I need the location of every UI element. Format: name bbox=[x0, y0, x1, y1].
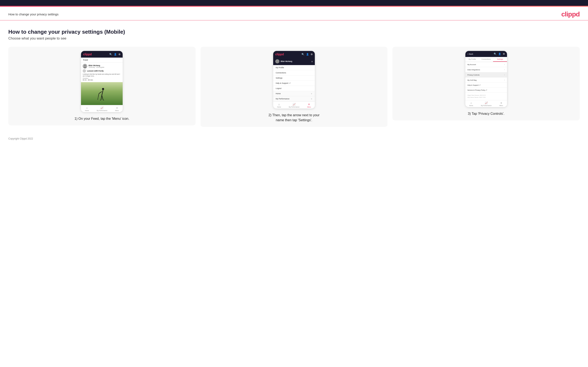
post-lesson-title: Lesson with Fordy bbox=[87, 70, 104, 72]
phone-1-logo: clippd bbox=[83, 53, 92, 56]
phone-2-logo: clippd bbox=[275, 53, 284, 56]
my-account-chevron: › bbox=[504, 63, 505, 66]
post-avatar bbox=[83, 64, 87, 68]
menu-item-connections: Connections bbox=[273, 70, 315, 75]
svg-point-1 bbox=[84, 67, 86, 68]
bottom-nav-menu-3: ≡ Menu bbox=[499, 101, 503, 106]
golf-bag-label: My Golf Bag bbox=[467, 79, 477, 81]
home-icon-2: ⌂ bbox=[278, 103, 280, 106]
menu-item-logout: Logout bbox=[273, 86, 315, 91]
post-user-row: Blair McHarg Yesterday · Sunningdale bbox=[83, 64, 121, 68]
menu-chevron-up: ∧ bbox=[311, 60, 313, 63]
tab-connections[interactable]: Connections bbox=[479, 57, 493, 62]
settings-version: Clippd Client Version: 2022.8.3-3 GQL Se… bbox=[465, 93, 507, 100]
svg-point-2 bbox=[102, 88, 104, 90]
my-account-label: My Account bbox=[467, 64, 476, 66]
settings-label: Settings bbox=[276, 77, 283, 79]
bottom-nav-home-2: ⌂ Home bbox=[277, 103, 281, 108]
settings-menu-items: My Account › Data Integrations › Privacy… bbox=[465, 62, 507, 93]
svg-line-5 bbox=[98, 93, 99, 97]
page-heading: How to change your privacy settings (Mob… bbox=[8, 29, 580, 35]
golfer-silhouette bbox=[97, 87, 107, 105]
menu-label: Menu bbox=[115, 110, 119, 111]
bottom-nav-home: ⌂ Home bbox=[85, 107, 89, 111]
home-icon: ⌂ bbox=[86, 107, 88, 109]
home-section-label: Home bbox=[276, 92, 281, 95]
performance-icon-3: 📈 bbox=[485, 101, 488, 104]
post-duration-label: Duration bbox=[83, 78, 121, 79]
menu-user-info: Blair McHarg bbox=[275, 59, 292, 63]
menu-item-my-profile: My Profile bbox=[273, 65, 315, 70]
step-1-desc: 1) On your Feed, tap the 'Menu' icon. bbox=[75, 116, 129, 121]
settings-item-service-privacy[interactable]: Service & Privacy Policy ↗ bbox=[465, 88, 507, 93]
svg-point-0 bbox=[84, 65, 86, 66]
bottom-nav-performance-2: 📈 My Performance bbox=[289, 103, 299, 108]
svg-line-10 bbox=[103, 100, 104, 100]
svg-line-3 bbox=[102, 90, 103, 95]
home-label: Home bbox=[85, 110, 89, 111]
performance-label: My Performance bbox=[97, 110, 107, 111]
user-icon: 👤 bbox=[114, 53, 117, 56]
tab-my-profile[interactable]: My Profile bbox=[465, 57, 479, 62]
search-icon-3: 🔍 bbox=[494, 53, 497, 55]
phone-1-bottom-nav: ⌂ Home 📈 My Performance ≡ Menu bbox=[81, 105, 123, 112]
feed-tab: Feed bbox=[81, 58, 123, 63]
data-integrations-chevron: › bbox=[504, 69, 505, 71]
performance-icon: 📈 bbox=[100, 107, 104, 109]
logo: clippd bbox=[561, 10, 580, 18]
settings-item-my-account[interactable]: My Account › bbox=[465, 62, 507, 67]
menu-icon: ≡ bbox=[116, 107, 118, 109]
settings-item-privacy-controls[interactable]: Privacy Controls › bbox=[465, 72, 507, 78]
phone-2-navbar: clippd 🔍 👤 ⚙ bbox=[273, 51, 315, 58]
settings-item-golf-bag[interactable]: My Golf Bag › bbox=[465, 78, 507, 83]
copyright-text: Copyright Clippd 2022 bbox=[8, 137, 33, 140]
svg-line-9 bbox=[100, 100, 101, 100]
home-label-3: Home bbox=[469, 105, 473, 106]
menu-item-help: Help & Support ↗ bbox=[273, 81, 315, 86]
header: How to change your privacy settings clip… bbox=[0, 7, 588, 20]
main-content: How to change your privacy settings (Mob… bbox=[0, 20, 588, 133]
menu-section-performance: My Performance ∨ bbox=[273, 96, 315, 101]
page-subheading: Choose what you want people to see bbox=[8, 36, 580, 41]
menu-items-list: My Profile Connections Settings Help & S… bbox=[273, 65, 315, 101]
user-icon-2: 👤 bbox=[306, 53, 309, 56]
tab-settings[interactable]: Settings bbox=[493, 57, 507, 62]
performance-label-3: My Performance bbox=[481, 105, 492, 106]
post-user-name: Blair McHarg bbox=[88, 65, 104, 67]
version-line-1: Clippd Client Version: 2022.8.3-3 bbox=[467, 94, 505, 96]
performance-expand-icon: ∨ bbox=[311, 98, 312, 100]
bottom-nav-performance: 📈 My Performance bbox=[97, 107, 107, 111]
settings-item-data-integrations[interactable]: Data Integrations › bbox=[465, 67, 507, 72]
performance-label-2: My Performance bbox=[289, 106, 299, 108]
phone-3-bottom-nav: ⌂ Home 📈 My Performance ≡ Menu bbox=[465, 100, 507, 107]
lesson-icon bbox=[83, 69, 86, 73]
home-label-2: Home bbox=[277, 106, 281, 108]
performance-section-label: My Performance bbox=[276, 98, 289, 100]
settings-icon-3: ⚙ bbox=[503, 53, 505, 55]
search-icon: 🔍 bbox=[109, 53, 112, 56]
phone-2-icons: 🔍 👤 ⚙ bbox=[302, 53, 313, 56]
settings-item-help-support[interactable]: Help & Support ↗ bbox=[465, 83, 507, 88]
menu-item-settings: Settings bbox=[273, 75, 315, 81]
steps-container: clippd 🔍 👤 ⚙ Feed bbox=[8, 47, 580, 127]
settings-icon: ⚙ bbox=[119, 53, 121, 56]
close-label: Menu bbox=[307, 106, 311, 108]
settings-tabs: My Profile Connections Settings bbox=[465, 57, 507, 62]
header-title: How to change your privacy settings bbox=[8, 12, 59, 16]
golf-bag-chevron: › bbox=[504, 79, 505, 81]
bottom-nav-performance-3: 📈 My Performance bbox=[481, 101, 492, 106]
settings-back-bar: < Back 🔍 👤 ⚙ bbox=[465, 51, 507, 57]
post-user-info: Blair McHarg Yesterday · Sunningdale bbox=[88, 65, 104, 68]
step-1-card: clippd 🔍 👤 ⚙ Feed bbox=[8, 47, 196, 125]
privacy-controls-label: Privacy Controls bbox=[467, 74, 480, 76]
bottom-nav-home-3: ⌂ Home bbox=[469, 101, 473, 106]
menu-icon-3: ≡ bbox=[501, 101, 502, 104]
svg-line-6 bbox=[98, 97, 98, 100]
menu-section-home: Home ∨ bbox=[273, 91, 315, 96]
svg-line-8 bbox=[102, 95, 103, 100]
phone-mockup-3: < Back 🔍 👤 ⚙ My Profile Connections Sett… bbox=[465, 51, 507, 107]
data-integrations-label: Data Integrations bbox=[467, 69, 480, 71]
back-button: < Back bbox=[467, 53, 473, 55]
footer: Copyright Clippd 2022 bbox=[0, 133, 588, 144]
close-icon: ✕ bbox=[308, 103, 310, 106]
